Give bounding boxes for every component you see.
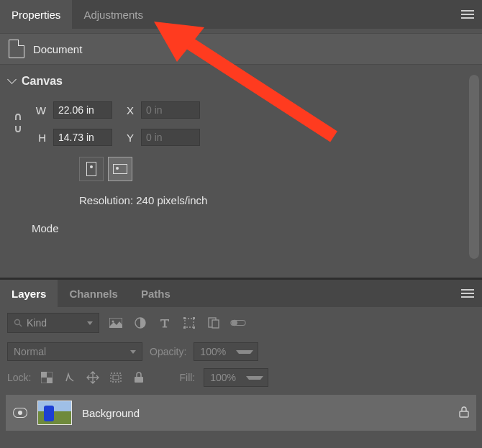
orientation-landscape-button[interactable] bbox=[108, 157, 132, 181]
hamburger-icon bbox=[461, 14, 474, 15]
svg-rect-16 bbox=[47, 378, 53, 383]
blend-mode-select[interactable]: Normal bbox=[7, 342, 142, 361]
svg-rect-19 bbox=[135, 377, 143, 383]
fill-value: 100% bbox=[204, 372, 242, 383]
filter-shape-layers-icon[interactable] bbox=[181, 315, 197, 331]
canvas-section: Canvas W X H Y Resolution: 240 bbox=[0, 65, 482, 234]
svg-rect-9 bbox=[193, 326, 195, 329]
y-input bbox=[141, 129, 200, 146]
tab-paths[interactable]: Paths bbox=[129, 280, 182, 307]
lock-all-icon[interactable] bbox=[132, 370, 146, 385]
fill-field[interactable]: 100% bbox=[204, 368, 268, 387]
mode-label[interactable]: Mode bbox=[7, 209, 475, 234]
filter-toggle-switch[interactable] bbox=[230, 315, 246, 331]
properties-panel: Properties Adjustments Document Canvas W… bbox=[0, 0, 482, 278]
width-input[interactable] bbox=[53, 101, 112, 119]
y-label: Y bbox=[119, 132, 134, 144]
tab-layers[interactable]: Layers bbox=[0, 280, 58, 307]
resolution-label: Resolution: 240 pixels/inch bbox=[32, 187, 475, 209]
svg-rect-7 bbox=[193, 317, 195, 319]
search-icon bbox=[14, 319, 22, 327]
properties-scrollbar-track[interactable] bbox=[469, 75, 479, 259]
svg-rect-8 bbox=[183, 326, 186, 329]
opacity-label: Opacity: bbox=[150, 346, 186, 357]
canvas-dimensions: W X H Y Resolution: 240 pixels/inch bbox=[7, 96, 475, 209]
svg-rect-11 bbox=[212, 320, 219, 328]
lock-artboard-icon[interactable] bbox=[109, 370, 123, 385]
svg-rect-17 bbox=[111, 373, 121, 382]
x-input bbox=[141, 101, 200, 119]
svg-line-1 bbox=[19, 324, 22, 326]
portrait-icon bbox=[86, 162, 96, 176]
layers-tab-bar: Layers Channels Paths bbox=[0, 280, 482, 307]
hamburger-icon bbox=[461, 293, 474, 294]
opacity-value: 100% bbox=[194, 346, 232, 357]
tab-properties[interactable]: Properties bbox=[0, 0, 72, 29]
document-icon bbox=[9, 40, 24, 58]
opacity-field[interactable]: 100% bbox=[194, 342, 258, 361]
kind-label: Kind bbox=[27, 317, 47, 329]
canvas-disclosure[interactable]: Canvas bbox=[7, 70, 475, 96]
width-label: W bbox=[32, 104, 46, 116]
properties-tab-bar: Properties Adjustments bbox=[0, 0, 482, 29]
orientation-buttons bbox=[32, 151, 475, 187]
chevron-down-icon bbox=[130, 350, 136, 354]
document-label: Document bbox=[33, 43, 82, 55]
svg-point-3 bbox=[112, 321, 114, 323]
tab-adjustments[interactable]: Adjustments bbox=[72, 0, 155, 29]
blend-opacity-row: Normal Opacity: 100% bbox=[0, 339, 482, 365]
document-header-row[interactable]: Document bbox=[0, 33, 482, 65]
canvas-header-label: Canvas bbox=[22, 75, 63, 88]
orientation-portrait-button[interactable] bbox=[79, 157, 104, 181]
blend-mode-value: Normal bbox=[14, 346, 46, 357]
properties-scrollbar-thumb[interactable] bbox=[469, 75, 479, 259]
height-input[interactable] bbox=[53, 129, 112, 146]
svg-rect-20 bbox=[460, 411, 468, 417]
layer-locked-icon bbox=[459, 406, 469, 420]
svg-rect-18 bbox=[113, 375, 119, 380]
lock-transparency-icon[interactable] bbox=[40, 370, 54, 385]
tab-channels[interactable]: Channels bbox=[58, 280, 129, 307]
chevron-down-icon bbox=[246, 376, 263, 380]
filter-adjustment-layers-icon[interactable] bbox=[132, 315, 148, 331]
layer-name-label: Background bbox=[82, 407, 140, 419]
svg-rect-5 bbox=[185, 319, 194, 327]
layer-row-background[interactable]: Background bbox=[6, 395, 476, 431]
filter-type-layers-icon[interactable] bbox=[157, 315, 173, 331]
svg-rect-15 bbox=[41, 372, 47, 378]
filter-pixel-layers-icon[interactable] bbox=[108, 315, 124, 331]
fill-label: Fill: bbox=[179, 372, 195, 383]
chevron-down-icon bbox=[87, 321, 93, 325]
svg-point-0 bbox=[15, 320, 20, 325]
lock-image-icon[interactable] bbox=[63, 370, 77, 385]
layers-panel: Layers Channels Paths Kind Normal Opacit… bbox=[0, 278, 482, 448]
chevron-down-icon bbox=[236, 350, 253, 354]
layer-visibility-toggle[interactable] bbox=[13, 408, 27, 418]
link-dimensions-icon[interactable] bbox=[13, 112, 23, 139]
svg-point-13 bbox=[232, 320, 237, 326]
panel-menu-button[interactable] bbox=[453, 0, 482, 29]
layers-panel-menu-button[interactable] bbox=[453, 279, 482, 308]
layer-thumbnail[interactable] bbox=[37, 401, 72, 425]
x-label: X bbox=[119, 104, 134, 116]
svg-rect-6 bbox=[183, 317, 186, 319]
filter-smartobject-layers-icon[interactable] bbox=[206, 315, 222, 331]
lock-fill-row: Lock: Fill: 100% bbox=[0, 365, 482, 390]
layer-filter-kind-select[interactable]: Kind bbox=[7, 313, 99, 333]
layer-filter-row: Kind bbox=[0, 307, 482, 339]
lock-position-icon[interactable] bbox=[86, 370, 100, 385]
chevron-down-icon bbox=[7, 76, 17, 86]
lock-label: Lock: bbox=[7, 372, 31, 383]
landscape-icon bbox=[113, 164, 127, 174]
height-label: H bbox=[32, 132, 46, 144]
